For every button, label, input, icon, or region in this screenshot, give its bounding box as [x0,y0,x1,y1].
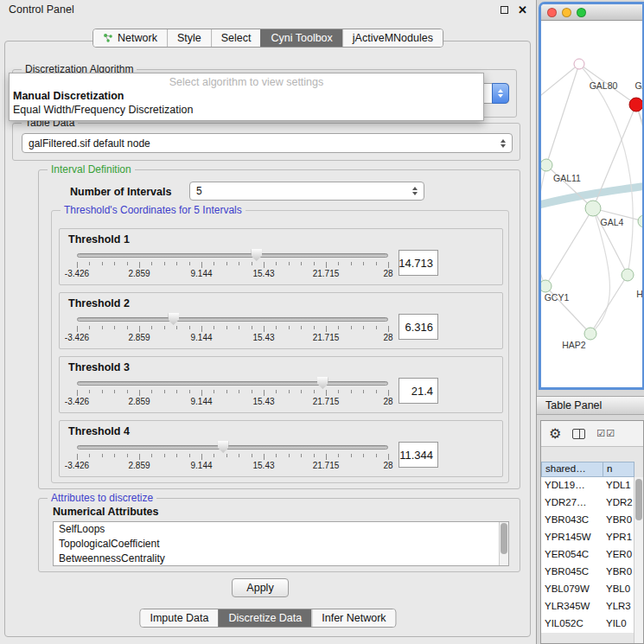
slider-track[interactable] [77,381,388,386]
select-checkboxes-icon[interactable]: ☑☑ [596,428,615,439]
algorithm-dropdown-popup: Select algorithm to view settings Manual… [9,73,484,121]
network-icon [103,33,113,43]
slider-scale: -3.4262.8599.14415.4321.71528 [77,461,388,470]
top-tab-bar: NetworkStyleSelectCyni ToolboxjActiveMNo… [92,29,443,48]
tab-select[interactable]: Select [211,29,261,47]
table-panel-header: Table Panel [537,396,644,415]
table-row[interactable]: YPR145WYPR1 [541,529,634,546]
tab-infer-network[interactable]: Infer Network [311,609,395,627]
attribute-item[interactable]: TopologicalCoefficient [54,537,508,552]
tab-network[interactable]: Network [93,29,167,47]
table-data-group: Table Data galFiltered.sif default node [12,123,520,161]
threshold-3-value-field[interactable]: 21.4 [399,378,438,404]
zoom-light-icon[interactable] [577,8,586,17]
svg-text:GAL4: GAL4 [601,217,624,227]
attribute-item[interactable]: BetweennessCentrality [54,552,508,566]
close-icon[interactable]: ✕ [518,3,527,16]
slider-scale: -3.4262.8599.14415.4321.71528 [77,269,388,278]
threshold-4-value-field[interactable]: 11.344 [399,442,438,468]
slider-track[interactable] [77,445,388,450]
num-intervals-combo[interactable]: 5 [189,182,424,201]
slider-ticks [77,326,388,333]
float-window-icon[interactable] [501,6,508,14]
threshold-4-slider[interactable] [77,440,388,453]
algorithm-option[interactable]: Manual Discretization [10,89,483,103]
network-view-window: GAL80GAGAL11GAL4GCY1HHAP2 [539,2,644,390]
slider-track[interactable] [77,253,388,258]
threshold-2-label: Threshold 2 [68,297,495,309]
table-row[interactable]: YER054CYER0 [541,546,634,564]
tab-jactivemnodules[interactable]: jActiveMNodules [342,29,443,47]
table-data-value: galFiltered.sif default node [29,137,497,150]
slider-track[interactable] [77,317,388,322]
numerical-attributes-label: Numerical Attributes [53,506,158,518]
table-toolbar: ⚙ ☑☑ [541,421,643,447]
combo-stepper-icon [412,187,418,195]
attributes-group: Attributes to discretize Numerical Attri… [38,498,520,572]
table-row[interactable]: YBL079WYBL0 [541,581,634,598]
table-body: YDL19…YDL1YDR27…YDR2YBR043CYBR0YPR145WYP… [541,477,634,633]
num-intervals-value: 5 [196,185,409,197]
threshold-3-label: Threshold 3 [68,361,495,373]
combo-stepper-icon[interactable] [492,83,509,104]
threshold-2-slider-thumb[interactable] [168,313,179,325]
table-row[interactable]: YBR045CYBR0 [541,564,634,581]
column-header-name[interactable]: n [603,462,634,477]
gear-icon[interactable]: ⚙ [549,427,561,441]
svg-text:GA: GA [634,80,642,91]
control-panel: Control Panel ✕ NetworkStyleSelectCyni T… [0,0,536,644]
threshold-3-slider-thumb[interactable] [317,377,328,389]
threshold-3-slider[interactable] [77,376,388,389]
table-panel-title: Table Panel [545,399,602,411]
right-region: GAL80GAGAL11GAL4GCY1HHAP2 Table Panel ⚙ … [536,0,644,644]
attributes-scrollbar[interactable] [499,522,508,565]
slider-scale: -3.4262.8599.14415.4321.71528 [77,397,388,406]
control-panel-titlebar: Control Panel ✕ [0,0,536,19]
tab-cyni-toolbox[interactable]: Cyni Toolbox [260,29,341,47]
scrollbar-thumb[interactable] [501,523,507,554]
table-row[interactable]: YDR27…YDR2 [541,494,634,512]
tab-impute-data[interactable]: Impute Data [140,609,218,627]
tab-discretize-data[interactable]: Discretize Data [219,609,312,627]
table-panel-window: ⚙ ☑☑ shared… n YDL19…YDL1YDR27…YDR2YBR04… [540,420,644,644]
threshold-4-slider-thumb[interactable] [218,441,229,453]
threshold-1-slider[interactable] [77,248,388,261]
table-row[interactable]: YIL052CYIL0 [541,615,634,633]
network-window-titlebar [541,4,642,21]
attributes-group-label: Attributes to discretize [48,492,156,504]
network-canvas[interactable]: GAL80GAGAL11GAL4GCY1HHAP2 [541,21,642,386]
interval-definition-group: Interval Definition Number of Intervals … [38,169,520,489]
svg-text:GAL11: GAL11 [553,173,581,183]
attributes-list: SelfLoopsTopologicalCoefficientBetweenne… [53,521,509,566]
apply-button[interactable]: Apply [232,578,289,597]
minimize-light-icon[interactable] [562,8,571,17]
slider-ticks [77,262,388,269]
threshold-2-slider[interactable] [77,312,388,325]
close-light-icon[interactable] [547,8,557,17]
table-scrollbar[interactable] [634,477,643,643]
slider-scale: -3.4262.8599.14415.4321.71528 [77,333,388,342]
threshold-2-value-field[interactable]: 6.316 [399,314,438,340]
algorithm-option[interactable]: Equal Width/Frequency Discretization [10,103,483,117]
panel-title: Control Panel [9,3,74,16]
columns-icon[interactable] [572,429,585,439]
threshold-4-label: Threshold 4 [68,425,495,437]
table-row[interactable]: YLR345WYLR3 [541,598,634,615]
attribute-item[interactable]: SelfLoops [54,522,508,537]
tab-style[interactable]: Style [167,29,211,47]
threshold-1-slider-thumb[interactable] [251,249,262,261]
bottom-tab-bar: Impute DataDiscretize DataInfer Network [139,609,396,628]
threshold-1-value-field[interactable]: 14.713 [399,250,438,276]
table-data-combo[interactable]: galFiltered.sif default node [22,133,513,153]
column-header-shared-name[interactable]: shared… [541,462,603,477]
threshold-1-box: Threshold 1 -3.4262.8599.14415.4321.7152… [59,228,503,285]
scrollbar-thumb[interactable] [635,479,642,520]
slider-ticks [77,454,388,461]
threshold-2-box: Threshold 2 -3.4262.8599.14415.4321.7152… [59,292,503,349]
network-graph[interactable]: GAL80GAGAL11GAL4GCY1HHAP2 [541,21,642,386]
table-row[interactable]: YDL19…YDL1 [541,477,634,494]
algorithm-hint: Select algorithm to view settings [10,73,483,89]
num-intervals-label: Number of Intervals [70,186,171,198]
threshold-3-box: Threshold 3 -3.4262.8599.14415.4321.7152… [59,356,503,413]
table-row[interactable]: YBR043CYBR0 [541,512,634,529]
